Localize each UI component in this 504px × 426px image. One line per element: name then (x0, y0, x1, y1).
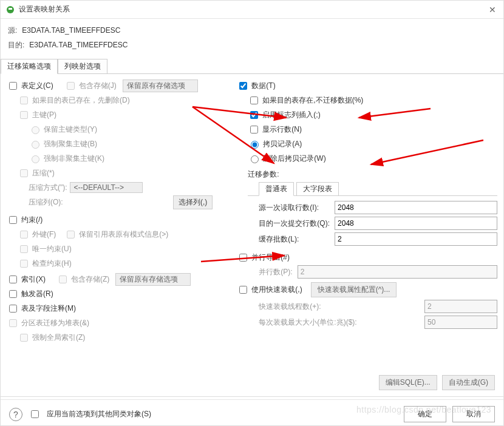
chk-parallel[interactable] (239, 254, 247, 262)
source-value: E3DATA.TAB_TIMEEFFDESC (22, 24, 120, 36)
lbl-parallel: 并行导出(#) (251, 252, 290, 263)
form-body: 表定义(C) 包含存储(J) 保留原有存储选项 如果目的表已存在，先删除(D) … (1, 74, 503, 371)
lbl-drop-if-exist: 如果目的表已存在，先删除(D) (32, 95, 130, 106)
chk-part2heap (9, 319, 17, 327)
chk-show-rows[interactable] (250, 126, 258, 134)
chk-constraints[interactable] (9, 216, 17, 224)
lbl-check: 检查约束(H) (32, 259, 72, 269)
lbl-mig-params: 迁移参数: (248, 169, 279, 180)
tab-migration-policy[interactable]: 迁移策略选项 (1, 59, 58, 74)
title-bar: 设置表映射关系 ✕ (1, 1, 503, 19)
lbl-part2heap: 分区表迁移为堆表(&) (21, 318, 89, 328)
chk-force-global-idx (20, 334, 28, 342)
lbl-force-cluster: 强制聚集主键(B) (44, 139, 97, 149)
header-block: 源: E3DATA.TAB_TIMEEFFDESC 目的: E3DATA.TAB… (1, 19, 503, 55)
param-tabs: 普通表 大字段表 (248, 182, 497, 196)
btn-select-col: 选择列(,) (173, 195, 213, 209)
window-title: 设置表映射关系 (19, 4, 486, 15)
inp-fast-load-size (424, 316, 497, 329)
chk-compress (20, 169, 28, 177)
inp-fast-load-threads (424, 300, 497, 313)
rad-keep-pk (32, 126, 39, 134)
lbl-keep-schema: 保留引用表原有模式信息(>) (79, 229, 168, 240)
chk-check (20, 260, 28, 268)
tab-normal-table[interactable]: 普通表 (259, 182, 294, 196)
btn-auto-gen[interactable]: 自动生成(G) (442, 375, 495, 390)
left-column: 表定义(C) 包含存储(J) 保留原有存储选项 如果目的表已存在，先删除(D) … (7, 79, 213, 371)
lbl-data: 数据(T) (251, 81, 275, 91)
lbl-index: 索引(X) (21, 274, 46, 285)
lbl-apply-all: 应用当前选项到其他同类对象(S) (47, 409, 151, 419)
lbl-comment: 表及字段注释(M) (21, 303, 76, 314)
footer1: 编辑SQL(E)... 自动生成(G) (1, 371, 503, 394)
chk-trigger[interactable] (9, 290, 17, 298)
inp-dst-commit[interactable] (335, 217, 497, 230)
target-label: 目的: (8, 39, 24, 51)
sel-storage2: 保留原有存储选项 (115, 273, 191, 286)
chk-fk (20, 231, 28, 238)
btn-ok[interactable]: 确定 (404, 406, 446, 422)
lbl-pk: 主键(P) (32, 110, 56, 120)
lbl-skip-if-exist: 如果目的表存在,不迁移数据(%) (262, 95, 363, 106)
inp-parallel-count (298, 265, 497, 279)
chk-inc-storage2 (59, 276, 67, 283)
lbl-keep-pk: 保留主键类型(Y) (44, 124, 97, 135)
svg-rect-1 (9, 8, 12, 10)
lbl-del-after-copy: 删除后拷贝记录(W) (263, 154, 325, 164)
rad-copy-rec[interactable] (251, 141, 259, 149)
lbl-copy-rec: 拷贝记录(A) (263, 139, 302, 149)
lbl-table-def: 表定义(C) (21, 81, 53, 91)
target-value: E3DATA.TAB_TIMEEFFDESC (29, 39, 128, 51)
rad-force-noncluster (32, 155, 39, 163)
lbl-trigger: 触发器(R) (21, 289, 53, 299)
inp-buf-batch[interactable] (335, 232, 497, 246)
lbl-fast-load-size: 每次装载最大大小(单位:兆)($): (259, 317, 356, 328)
sel-storage: 保留原有存储选项 (123, 79, 198, 92)
chk-fast-load[interactable] (239, 286, 247, 294)
lbl-constraints: 约束(/) (21, 215, 43, 225)
lbl-dst-commit: 目的一次提交行数(Q): (259, 218, 330, 229)
lbl-unique: 唯一约束(U) (32, 244, 72, 254)
chk-drop-if-exist (20, 96, 28, 104)
lbl-compress: 压缩(*) (32, 168, 55, 178)
rad-force-cluster (32, 141, 39, 149)
chk-comment[interactable] (9, 305, 17, 313)
main-tabs: 迁移策略选项 列映射选项 (1, 59, 503, 74)
sel-compress-mode: <--DEFAULT--> (70, 182, 143, 193)
close-icon[interactable]: ✕ (486, 5, 499, 15)
lbl-force-global-idx: 强制全局索引(Z) (32, 333, 85, 343)
rad-del-after-copy[interactable] (251, 155, 259, 163)
footer2: ? 应用当前选项到其他同类对象(S) 确定 取消 (1, 399, 503, 426)
btn-edit-sql[interactable]: 编辑SQL(E)... (379, 375, 437, 390)
lbl-show-rows: 显示行数(N) (262, 124, 302, 135)
lbl-compress-col: 压缩列(O): (29, 197, 63, 208)
app-icon (5, 5, 15, 15)
inp-src-fetch[interactable] (335, 201, 497, 214)
lbl-fk: 外键(F) (32, 229, 56, 240)
lbl-buf-batch: 缓存批数(L): (259, 234, 330, 245)
lbl-enable-identity: 启用标志列插入(;) (262, 110, 320, 120)
btn-fast-load-cfg: 快速装载属性配置(^)... (311, 282, 397, 297)
source-label: 源: (8, 24, 17, 36)
chk-skip-if-exist[interactable] (250, 96, 258, 104)
chk-data[interactable] (239, 82, 247, 90)
chk-table-def[interactable] (9, 82, 17, 90)
tab-lob-table[interactable]: 大字段表 (296, 182, 339, 196)
right-column: 数据(T) 如果目的表存在,不迁移数据(%) 启用标志列插入(;) 显示行数(N… (237, 79, 497, 371)
chk-apply-all[interactable] (31, 410, 39, 418)
btn-cancel[interactable]: 取消 (452, 406, 495, 422)
chk-enable-identity[interactable] (250, 111, 258, 119)
tab-column-map[interactable]: 列映射选项 (58, 59, 107, 73)
lbl-compress-mode: 压缩方式("): (29, 183, 67, 193)
lbl-fast-load: 使用快速装载(,) (251, 285, 302, 295)
chk-keep-schema (67, 231, 75, 238)
chk-pk (20, 111, 28, 119)
chk-index[interactable] (9, 276, 17, 283)
lbl-force-noncluster: 强制非聚集主键(K) (44, 154, 104, 164)
lbl-src-fetch: 源一次读取行数(I): (259, 203, 330, 213)
help-icon[interactable]: ? (9, 408, 22, 421)
lbl-inc-storage: 包含存储(J) (79, 81, 117, 91)
chk-inc-storage (67, 82, 75, 90)
lbl-inc-storage2: 包含存储(Z) (71, 274, 109, 285)
lbl-parallel-count: 并行数(P): (259, 267, 292, 277)
